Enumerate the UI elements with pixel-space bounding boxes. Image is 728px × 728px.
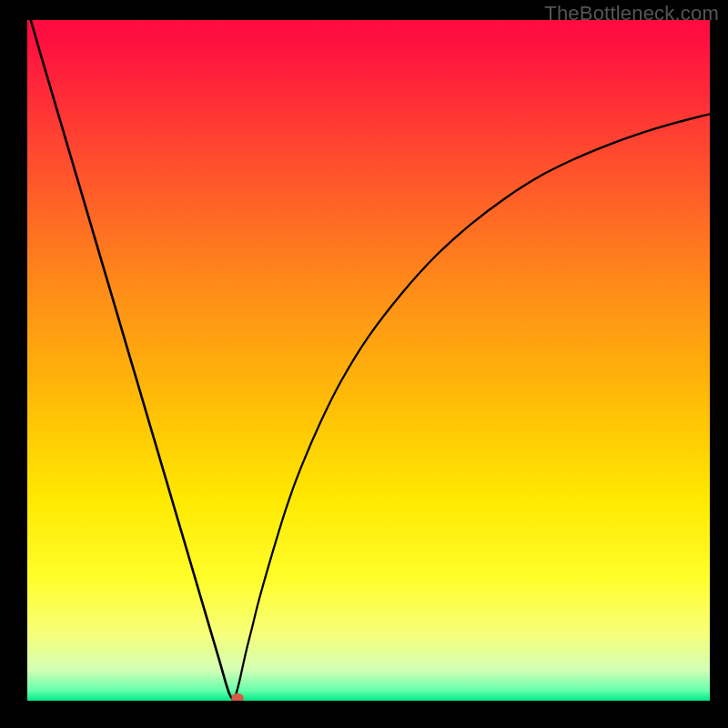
curve-layer xyxy=(27,20,710,701)
chart-frame xyxy=(27,20,710,701)
watermark-text: TheBottleneck.com xyxy=(544,2,719,25)
curve-right-branch xyxy=(234,114,710,701)
curve-left-branch xyxy=(31,20,235,701)
minimum-marker xyxy=(231,693,244,701)
